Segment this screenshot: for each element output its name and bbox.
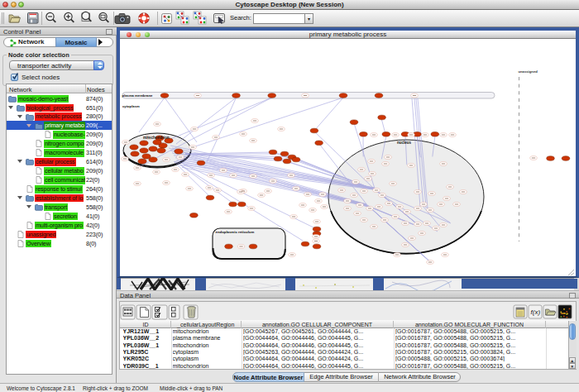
svg-text:cytoplasm: cytoplasm <box>122 104 140 108</box>
svg-text:mitochondrion: mitochondrion <box>143 136 170 140</box>
svg-text:unassigned: unassigned <box>519 69 538 74</box>
svg-text:nucleus: nucleus <box>397 141 412 145</box>
svg-text:plasma membrane: plasma membrane <box>122 93 153 98</box>
svg-text:f(x): f(x) <box>531 308 541 316</box>
svg-text:endoplasmic reticulum: endoplasmic reticulum <box>216 230 255 234</box>
